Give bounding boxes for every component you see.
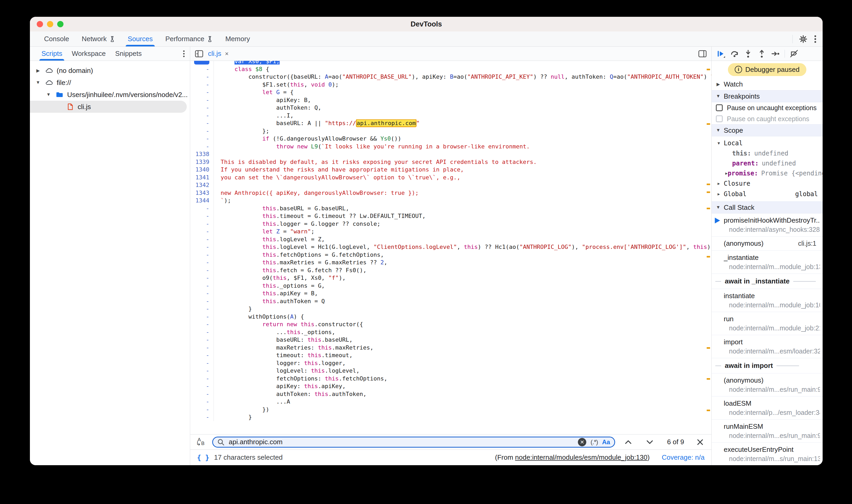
line-number[interactable]: -	[190, 352, 214, 359]
watch-section-header[interactable]: ▶ Watch	[712, 78, 823, 90]
next-match-button[interactable]	[641, 440, 658, 445]
stack-frame[interactable]: runMainESMnode:internal/m...es/run_main:…	[712, 419, 823, 443]
tree-item-file-[interactable]: ▼file://	[30, 76, 190, 89]
toggle-navigator-icon[interactable]	[195, 50, 203, 58]
tab-sources[interactable]: Sources	[122, 32, 159, 47]
line-number[interactable]: -	[190, 143, 214, 150]
tree-item-users-jinhuilee-nvm-versions-node-v2-[interactable]: ▼Users/jinhuilee/.nvm/versions/node/v2..…	[30, 89, 190, 101]
search-field[interactable]: api.anthropic.com ✕ (.*) Aa	[212, 437, 615, 448]
chevron-down-icon[interactable]: ▼	[35, 80, 41, 85]
line-number[interactable]: -	[190, 112, 214, 120]
line-number[interactable]: -	[190, 258, 214, 266]
line-number[interactable]: -	[190, 390, 214, 398]
file-tab-clijs[interactable]: cli.js ×	[208, 50, 229, 58]
line-number[interactable]: -	[190, 81, 214, 89]
scope-variable[interactable]: ▶promise:Promise {<pending>}	[712, 168, 823, 178]
line-number[interactable]: -	[190, 359, 214, 367]
tab-close-icon[interactable]: ×	[225, 50, 229, 57]
line-number[interactable]: -	[190, 135, 214, 143]
checkbox[interactable]	[716, 104, 723, 111]
line-number[interactable]: 1339	[190, 158, 214, 166]
line-number[interactable]: -	[190, 228, 214, 235]
close-search-icon[interactable]	[697, 439, 704, 446]
clear-search-icon[interactable]: ✕	[578, 438, 586, 446]
line-number[interactable]: -	[190, 204, 214, 212]
line-number[interactable]: -	[190, 305, 214, 313]
tree-item--no-domain-[interactable]: ▶(no domain)	[30, 65, 190, 76]
line-number[interactable]: -	[190, 344, 214, 352]
resume-button[interactable]	[714, 48, 727, 60]
line-number[interactable]: -	[190, 104, 214, 112]
line-number[interactable]: -	[190, 220, 214, 228]
replace-toggle-icon[interactable]: A ↳ B	[195, 437, 208, 447]
navigator-tab-snippets[interactable]: Snippets	[110, 47, 146, 60]
line-number[interactable]: -	[190, 398, 214, 406]
tab-memory[interactable]: Memory	[219, 32, 256, 47]
close-window-button[interactable]	[37, 21, 43, 27]
line-number[interactable]: -	[190, 235, 214, 244]
line-number[interactable]: 1338	[190, 150, 214, 158]
line-number[interactable]: -	[190, 413, 214, 421]
line-number[interactable]: -	[190, 96, 214, 104]
toggle-debugger-sidebar-icon[interactable]	[698, 50, 707, 58]
previous-match-button[interactable]	[620, 440, 637, 445]
line-number[interactable]: -	[190, 336, 214, 344]
tab-performance[interactable]: Performance	[159, 32, 219, 47]
line-number[interactable]: 1341	[190, 174, 214, 181]
line-number[interactable]: -	[190, 251, 214, 259]
chevron-right-icon[interactable]: ▶	[35, 68, 41, 73]
call-stack-section-header[interactable]: ▼ Call Stack	[712, 201, 823, 213]
line-number[interactable]: -	[190, 328, 214, 336]
step-over-button[interactable]	[728, 48, 741, 60]
regex-toggle[interactable]: (.*)	[590, 438, 598, 446]
stack-frame[interactable]: loadESMnode:internal/p.../esm_loader:34	[712, 396, 823, 419]
tree-item-cli-js[interactable]: cli.js	[30, 101, 187, 113]
line-number[interactable]: 1343	[190, 189, 214, 197]
navigator-tab-workspace[interactable]: Workspace	[67, 47, 110, 60]
line-number[interactable]: -	[190, 266, 214, 274]
stack-frame[interactable]: importnode:internal/m...esm/loader:329	[712, 335, 823, 358]
scope-section-header[interactable]: ▼ Scope	[712, 124, 823, 136]
line-number[interactable]	[190, 61, 214, 65]
line-number[interactable]: -	[190, 321, 214, 328]
scope-variable[interactable]: parent:undefined	[712, 158, 823, 168]
deactivate-breakpoints-button[interactable]	[787, 48, 801, 60]
code-editor[interactable]: var Xs0, $F1;- class $8 {- constructor({…	[190, 61, 711, 434]
navigator-more-icon[interactable]	[182, 50, 185, 58]
chevron-right-icon[interactable]: ▶	[725, 171, 728, 176]
line-number[interactable]: -	[190, 282, 214, 290]
stack-frame[interactable]: promiseInitHookWithDestroyTr...node:inte…	[712, 213, 823, 236]
line-number[interactable]: -	[190, 313, 214, 321]
maximize-window-button[interactable]	[57, 21, 64, 27]
checkbox[interactable]	[716, 115, 723, 122]
line-number[interactable]: -	[190, 212, 214, 220]
stack-frame[interactable]: instantiatenode:internal/m...module_job:…	[712, 289, 823, 312]
chevron-down-icon[interactable]: ▼	[45, 92, 52, 97]
settings-gear-icon[interactable]	[799, 35, 807, 43]
pretty-print-icon[interactable]: { }	[197, 454, 209, 462]
scope-group-closure[interactable]: ▶Closure	[712, 178, 823, 189]
line-number[interactable]: -	[190, 127, 214, 135]
breakpoints-section-header[interactable]: ▼ Breakpoints	[712, 90, 823, 102]
minimize-window-button[interactable]	[47, 21, 53, 27]
more-options-icon[interactable]	[814, 35, 817, 43]
line-number[interactable]: -	[190, 382, 214, 390]
line-number[interactable]: -	[190, 274, 214, 282]
tab-network[interactable]: Network	[75, 32, 121, 47]
line-number[interactable]: -	[190, 119, 214, 127]
scope-variable[interactable]: this:undefined	[712, 148, 823, 158]
scope-group-local[interactable]: ▼Local	[712, 138, 823, 148]
navigator-tab-scripts[interactable]: Scripts	[37, 47, 67, 60]
line-number[interactable]: -	[190, 73, 214, 81]
step-button[interactable]	[769, 48, 782, 60]
line-number[interactable]: -	[190, 367, 214, 375]
stack-frame[interactable]: _instantiatenode:internal/m...module_job…	[712, 250, 823, 273]
line-number[interactable]: -	[190, 289, 214, 298]
tab-console[interactable]: Console	[38, 32, 75, 47]
step-out-button[interactable]	[755, 48, 768, 60]
stack-frame[interactable]: (anonymous)node:internal/m...es/run_main…	[712, 373, 823, 396]
line-number[interactable]: 1340	[190, 166, 214, 174]
stack-frame[interactable]: executeUserEntryPointnode:internal/m...s…	[712, 443, 823, 465]
match-case-toggle[interactable]: Aa	[602, 438, 610, 446]
coverage-link[interactable]: Coverage: n/a	[662, 453, 705, 462]
